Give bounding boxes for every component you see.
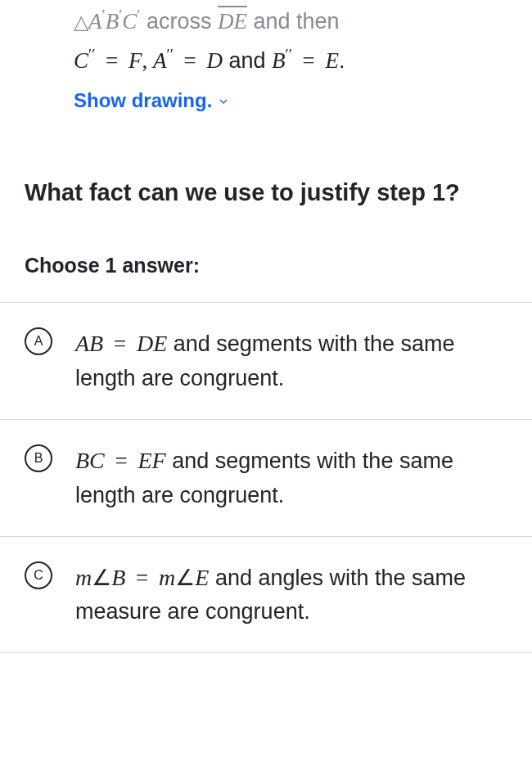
proof-step-text: △A′B′C′ across DE and then C′′ = F, A′′ …	[0, 3, 532, 119]
equals-2: =	[174, 48, 207, 73]
math-de-overline: DE	[218, 9, 247, 34]
math-ab: AB	[75, 331, 103, 356]
choice-c-content: m∠B = m∠E and angles with the same measu…	[75, 560, 507, 630]
text-and: and	[223, 48, 272, 73]
math-a-dprime: A′′	[153, 48, 174, 73]
math-de: DE	[137, 331, 167, 356]
choice-b[interactable]: B BC = EF and segments with the same len…	[0, 419, 532, 536]
equals-1: =	[95, 48, 128, 73]
proof-line-1: △A′B′C′ across DE and then	[74, 3, 507, 39]
question-text: What fact can we use to justify step 1?	[0, 176, 532, 210]
math-b-dprime: B′′	[272, 48, 292, 73]
choice-marker-b: B	[25, 444, 52, 472]
show-drawing-label: Show drawing.	[74, 85, 212, 116]
math-c-dprime: C′′	[74, 48, 95, 73]
proof-line-2: C′′ = F, A′′ = D and B′′ = E.	[74, 43, 507, 79]
equals-a: =	[103, 331, 137, 356]
answer-choices: A AB = DE and segments with the same len…	[0, 302, 532, 653]
choice-c[interactable]: C m∠B = m∠E and angles with the same mea…	[0, 536, 532, 654]
angle-1: ∠	[92, 566, 111, 590]
equals-3: =	[292, 48, 326, 73]
text-and-then: and then	[247, 9, 340, 34]
text-across: across	[140, 9, 218, 34]
period: .	[339, 48, 345, 73]
math-f: F	[128, 48, 142, 73]
choice-a-content: AB = DE and segments with the same lengt…	[75, 326, 507, 396]
choose-prompt: Choose 1 answer:	[0, 254, 532, 277]
math-abc-prime: A′B′C′	[88, 9, 140, 34]
math-m2: m	[159, 565, 175, 590]
choice-a[interactable]: A AB = DE and segments with the same len…	[0, 302, 532, 419]
math-m1: m	[75, 565, 92, 590]
math-e: E	[326, 48, 340, 73]
choice-marker-a: A	[25, 327, 52, 355]
triangle-symbol: △	[74, 7, 88, 38]
choice-b-content: BC = EF and segments with the same lengt…	[75, 443, 507, 513]
math-bc: BC	[75, 448, 105, 473]
math-d: D	[207, 48, 223, 73]
comma: ,	[142, 48, 154, 73]
math-angle-e: E	[195, 565, 209, 590]
show-drawing-button[interactable]: Show drawing.	[74, 85, 230, 116]
choice-marker-c: C	[25, 561, 52, 589]
angle-2: ∠	[175, 566, 195, 590]
math-angle-b: B	[111, 565, 125, 590]
math-ef: EF	[138, 448, 166, 473]
equals-c: =	[125, 566, 159, 590]
chevron-down-icon	[217, 95, 230, 108]
equals-b: =	[105, 449, 138, 473]
